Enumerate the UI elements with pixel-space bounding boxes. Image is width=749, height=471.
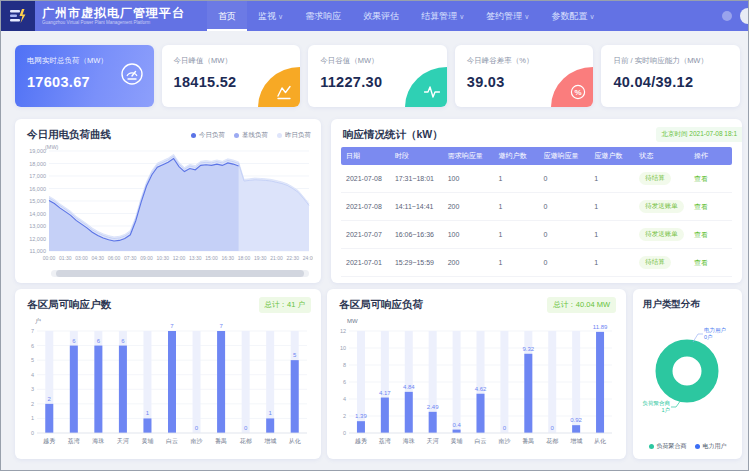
svg-text:白云: 白云 <box>166 438 178 445</box>
kpi-value: 18415.52 <box>174 74 237 90</box>
svg-text:14,000: 14,000 <box>29 211 46 217</box>
svg-text:5: 5 <box>31 357 34 363</box>
svg-text:1户: 1户 <box>661 407 670 413</box>
table-cell: 17:31~18:01 <box>390 175 443 182</box>
svg-text:0: 0 <box>343 430 346 436</box>
svg-text:7: 7 <box>31 328 34 334</box>
table-header-cell: 应邀户数 <box>589 151 634 161</box>
svg-text:03:00: 03:00 <box>75 255 88 261</box>
svg-text:黄埔: 黄埔 <box>451 438 463 444</box>
legend-item[interactable]: 电力用户 <box>695 442 727 451</box>
nav-item-contract[interactable]: 签约管理∨ <box>475 1 540 31</box>
kpi-card-today-peak: 今日峰值（MW） 18415.52 <box>162 45 301 107</box>
gauge-icon <box>120 62 144 90</box>
legend-item[interactable]: 昨日负荷 <box>277 131 311 140</box>
legend-item[interactable]: 基线负荷 <box>234 131 268 140</box>
response-stats-panel: 响应情况统计（kW） 北京时间 2021-07-08 18:1 日期时段需求响应… <box>331 119 742 283</box>
table-cell: 14:11~14:41 <box>390 203 443 210</box>
action-cell: 查看 <box>689 230 732 240</box>
svg-text:户: 户 <box>35 317 41 324</box>
svg-text:0.4: 0.4 <box>452 422 461 428</box>
table-row: 2021-07-0814:11~14:41200101待发送账单查看 <box>341 193 732 221</box>
table-cell: 0 <box>538 259 589 266</box>
kpi-card-realtime-load: 电网实时总负荷（MW） 17603.67 <box>15 45 154 107</box>
nav-item-demand-response[interactable]: 需求响应 <box>294 1 352 31</box>
table-row: 2021-07-0115:29~15:59200101待结算查看 <box>341 249 732 277</box>
svg-text:白云: 白云 <box>475 438 487 445</box>
status-badge: 待发送账单 <box>639 228 684 241</box>
app-title: 广州市虚拟电厂管理平台 <box>42 7 185 19</box>
svg-text:负荷聚合商: 负荷聚合商 <box>643 400 671 407</box>
svg-text:南沙: 南沙 <box>191 438 203 444</box>
svg-text:24:00: 24:00 <box>303 255 313 261</box>
table-cell: 100 <box>443 231 494 238</box>
table-cell: 1 <box>589 259 634 266</box>
svg-text:12,000: 12,000 <box>29 236 46 242</box>
legend-dot-icon <box>191 133 196 138</box>
nav-item-parameter-config[interactable]: 参数配置∨ <box>540 1 605 31</box>
svg-text:12: 12 <box>340 328 346 334</box>
notification-icon[interactable] <box>722 11 732 21</box>
svg-text:2: 2 <box>343 413 346 419</box>
table-header-row: 日期时段需求响应量邀约户数应邀响应量应邀户数状态操作 <box>341 147 732 165</box>
view-link[interactable]: 查看 <box>694 259 708 266</box>
svg-text:21:00: 21:00 <box>270 255 283 261</box>
user-type-donut-chart: 电力用户0户负荷聚合商1户 <box>635 313 739 431</box>
status-cell: 待发送账单 <box>634 200 689 213</box>
table-cell: 2021-07-08 <box>341 203 390 210</box>
svg-text:22:30: 22:30 <box>286 255 299 261</box>
main-nav: 首页监视∨需求响应效果评估结算管理∨签约管理∨参数配置∨ <box>207 1 606 31</box>
legend-dot-icon <box>234 133 239 138</box>
district-users-chart: 户012345672越秀6荔湾6海珠6天河1黄埔7白云0南沙7番禺0花都1增城5… <box>21 315 313 453</box>
peak-icon <box>258 67 300 107</box>
table-cell: 1 <box>589 175 634 182</box>
kpi-card-today-valley: 今日谷值（MW） 11227.30 <box>308 45 447 107</box>
view-link[interactable]: 查看 <box>694 175 708 182</box>
svg-text:海珠: 海珠 <box>403 438 415 444</box>
logo-icon <box>1 1 35 31</box>
status-badge: 待发送账单 <box>639 200 684 213</box>
nav-item-effect-evaluation[interactable]: 效果评估 <box>352 1 410 31</box>
status-badge: 待结算 <box>639 256 671 269</box>
svg-text:黄埔: 黄埔 <box>141 438 153 444</box>
table-cell: 2021-07-01 <box>341 259 390 266</box>
svg-text:7: 7 <box>219 323 223 329</box>
kpi-card-response-capacity: 日前 / 实时响应能力（MW） 40.04/39.12 <box>601 45 740 107</box>
svg-text:越秀: 越秀 <box>355 437 367 445</box>
view-link[interactable]: 查看 <box>694 231 708 238</box>
legend-item[interactable]: 今日负荷 <box>191 131 225 140</box>
legend-dot-icon <box>277 133 282 138</box>
legend-item[interactable]: 负荷聚合商 <box>649 442 687 451</box>
svg-text:15:00: 15:00 <box>205 255 218 261</box>
svg-text:1.39: 1.39 <box>355 413 367 419</box>
chart-scrollbar[interactable] <box>51 270 309 277</box>
svg-text:4.17: 4.17 <box>379 390 391 396</box>
table-header-cell: 时段 <box>390 151 443 161</box>
svg-text:13:30: 13:30 <box>189 255 202 261</box>
view-link[interactable]: 查看 <box>694 203 708 210</box>
svg-text:从化: 从化 <box>594 438 606 445</box>
kpi-value: 11227.30 <box>320 74 382 90</box>
kpi-label: 电网实时总负荷（MW） <box>27 56 108 66</box>
header-actions <box>722 8 748 24</box>
svg-text:7: 7 <box>170 323 174 329</box>
svg-text:0户: 0户 <box>704 334 713 340</box>
table-header-cell: 状态 <box>634 151 689 161</box>
table-cell: 2021-07-07 <box>341 231 390 238</box>
table-cell: 1 <box>589 231 634 238</box>
panel-title: 今日用电负荷曲线 <box>27 128 111 142</box>
app-subtitle: Guangzhou Virtual Power Plant Management… <box>42 21 185 26</box>
table-cell: 200 <box>443 203 494 210</box>
nav-item-monitor[interactable]: 监视∨ <box>247 1 294 31</box>
chevron-down-icon: ∨ <box>524 13 529 20</box>
svg-text:9.32: 9.32 <box>522 346 534 352</box>
kpi-row: 电网实时总负荷（MW） 17603.67 今日峰值（MW） 18415.52 <box>15 45 740 107</box>
svg-text:2: 2 <box>31 401 34 407</box>
district-load-chart: MW0246810121.39越秀4.17荔湾4.84海珠2.49天河0.4黄埔… <box>333 315 618 453</box>
nav-item-settlement[interactable]: 结算管理∨ <box>410 1 475 31</box>
kpi-value: 39.03 <box>467 74 505 90</box>
chart-scrollbar-thumb[interactable] <box>56 270 304 277</box>
nav-item-home[interactable]: 首页 <box>207 1 247 31</box>
user-avatar[interactable] <box>740 8 749 24</box>
table-header-cell: 操作 <box>689 151 732 161</box>
